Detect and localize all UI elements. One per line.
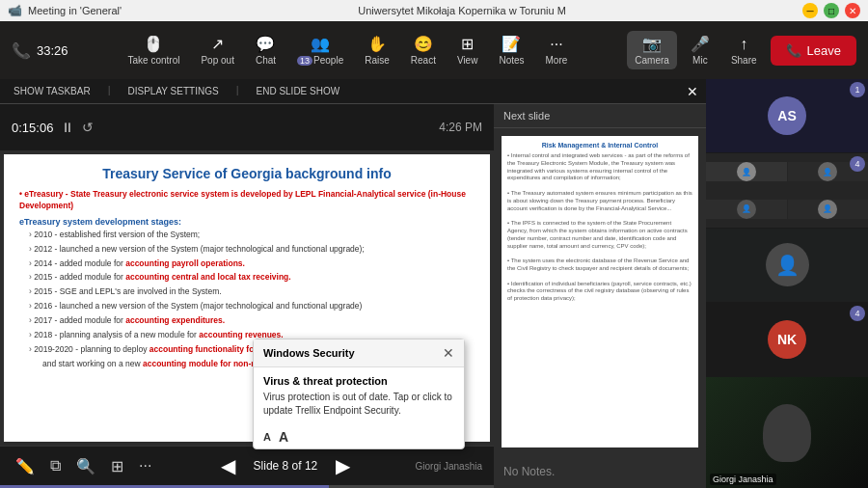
next-slide-panel: Next slide Risk Management & Internal Co… [494, 104, 706, 488]
sub-tile-1: 👤 [706, 162, 787, 181]
window-controls: ─ □ ✕ [802, 3, 860, 18]
slide-bullet-6: 2016 - launched a new version of the Sys… [19, 301, 475, 312]
ellipsis-button[interactable]: ··· [135, 453, 155, 479]
share-button[interactable]: ↑ Share [723, 32, 765, 69]
view-button[interactable]: ⊞ View [449, 31, 486, 69]
toolbar-right: 📷 Camera 🎤 Mic ↑ Share 📞 Leave [627, 31, 856, 69]
more-icon: ··· [550, 36, 562, 53]
take-control-button[interactable]: 🖱️ Take control [121, 31, 188, 69]
chat-icon: 💬 [256, 35, 275, 53]
leave-button[interactable]: 📞 Leave [771, 36, 856, 66]
browser-title: Uniwersytet Mikołaja Kopernika w Toruniu… [122, 5, 802, 16]
person-silhouette [763, 404, 811, 462]
slide-section-title: eTreasury system development stages: [19, 217, 475, 227]
security-popup-title: Virus & threat protection [263, 375, 454, 387]
take-control-icon: 🖱️ [144, 35, 163, 53]
call-timer: 📞 33:26 [12, 41, 68, 60]
main-content: SHOW TASKBAR | DISPLAY SETTINGS | END SL… [0, 79, 868, 488]
pop-out-icon: ↗ [211, 35, 224, 53]
prev-slide-button[interactable]: ◀ [215, 452, 242, 479]
tile-5-label: Giorgi Janashia [710, 474, 776, 485]
more-button[interactable]: ··· More [538, 32, 576, 69]
slide-title: Treasury Service of Georgia background i… [19, 166, 475, 181]
camera-button[interactable]: 📷 Camera [627, 31, 677, 69]
raise-button[interactable]: ✋ Raise [357, 31, 397, 69]
toolbar-left: 📞 33:26 [12, 41, 68, 60]
next-slide-label: Next slide [494, 104, 706, 128]
avatar-as: AS [768, 96, 806, 135]
security-popup-text: Virus protection is out of date. Tap or … [263, 391, 454, 418]
slide-bottom-controls: ✏️ ⧉ 🔍 ⊞ ··· ◀ Slide 8 of 12 ▶ Giorgi Ja… [0, 446, 494, 485]
sub-avatar-4: 👤 [818, 200, 837, 219]
pop-out-button[interactable]: ↗ Pop out [193, 31, 241, 69]
slide-bullet-3: 2014 - added module for accounting payro… [19, 258, 475, 270]
security-popup-close-button[interactable]: ✕ [443, 345, 454, 361]
pause-button[interactable]: ⏸ [61, 120, 74, 135]
window-title: Meeting in 'General' [28, 5, 122, 16]
video-tile-5: Giorgi Janashia [706, 377, 868, 488]
presenter-name: Giorgi Janashia [416, 461, 482, 472]
slide-timer: 0:15:06 ⏸ ↺ [12, 120, 94, 135]
people-button[interactable]: 👥 13 People [289, 31, 351, 69]
video-tile-4: NK 4 [706, 303, 868, 376]
refresh-button[interactable]: ↺ [82, 120, 94, 135]
slide-navigation: ◀ Slide 8 of 12 ▶ [215, 452, 357, 479]
react-button[interactable]: 😊 React [403, 31, 444, 69]
font-decrease-button[interactable]: A [263, 431, 271, 443]
next-slide-title: Risk Management & Internal Control [507, 142, 692, 149]
slide-controls-top: 0:15:06 ⏸ ↺ 4:26 PM [0, 104, 494, 150]
presentation-topbar: SHOW TASKBAR | DISPLAY SETTINGS | END SL… [0, 79, 706, 104]
sub-avatar-3: 👤 [737, 200, 756, 219]
avatar-person-3: 👤 [766, 243, 809, 286]
current-slide-panel: 0:15:06 ⏸ ↺ 4:26 PM Treasury Service of … [0, 104, 494, 488]
slide-area: 0:15:06 ⏸ ↺ 4:26 PM Treasury Service of … [0, 104, 706, 488]
sub-avatar-1: 👤 [737, 162, 756, 181]
slide-bullet-2: 2012 - launched a new version of the Sys… [19, 244, 475, 256]
sub-tile-4: 👤 [788, 200, 869, 219]
close-button[interactable]: ✕ [845, 3, 860, 18]
windows-security-popup: Windows Security ✕ Virus & threat protec… [253, 339, 465, 449]
raise-icon: ✋ [367, 35, 387, 53]
sub-tile-3: 👤 [706, 200, 787, 219]
next-slide-content: • Internal control and integrated web se… [507, 152, 692, 303]
end-slide-show-button[interactable]: END SLIDE SHOW [250, 84, 345, 98]
tile-1-badge: 1 [850, 82, 865, 97]
search-button[interactable]: 🔍 [72, 453, 99, 479]
leave-phone-icon: 📞 [786, 43, 801, 58]
annotation-buttons: ✏️ ⧉ 🔍 ⊞ ··· [12, 453, 155, 479]
slide-indicator: Slide 8 of 12 [254, 459, 318, 473]
avatar-nk: NK [768, 320, 806, 359]
slide-bullet-7: 2017 - added module for accounting expen… [19, 315, 475, 327]
video-tile-2: 👤 👤 👤 👤 4 [706, 153, 868, 227]
tile-4-badge: 4 [850, 306, 865, 321]
minimize-button[interactable]: ─ [802, 3, 818, 18]
copy-button[interactable]: ⧉ [46, 453, 65, 479]
mic-button[interactable]: 🎤 Mic [683, 31, 718, 69]
mic-icon: 🎤 [691, 35, 710, 53]
video-tile-3: 👤 [706, 229, 868, 302]
react-icon: 😊 [414, 35, 433, 53]
people-icon: 👥 [311, 35, 330, 53]
thumbnail-button[interactable]: ⊞ [107, 453, 127, 479]
font-increase-button[interactable]: A [279, 429, 288, 445]
slide-bullet-5: 2015 - SGE and LEPL's are involved in th… [19, 286, 475, 298]
teams-toolbar: 📞 33:26 🖱️ Take control ↗ Pop out 💬 Chat… [0, 21, 868, 79]
slide-bullet-main: • eTreasury - State Treasury electronic … [19, 189, 475, 212]
no-notes: No Notes. [494, 455, 706, 488]
video-panel: AS 1 👤 👤 👤 👤 4 👤 NK 4 [706, 79, 868, 488]
notes-button[interactable]: 📝 Notes [491, 31, 531, 69]
current-time: 4:26 PM [439, 121, 482, 134]
toolbar-center: 🖱️ Take control ↗ Pop out 💬 Chat 👥 13 Pe… [72, 31, 624, 69]
security-popup-header: Windows Security ✕ [254, 339, 464, 367]
presentation-panel: SHOW TASKBAR | DISPLAY SETTINGS | END SL… [0, 79, 706, 488]
font-size-buttons: A A [254, 425, 464, 448]
maximize-button[interactable]: □ [824, 3, 839, 18]
pencil-button[interactable]: ✏️ [12, 453, 39, 479]
next-slide-thumbnail: Risk Management & Internal Control • Int… [502, 136, 698, 447]
next-slide-button[interactable]: ▶ [329, 452, 356, 479]
presentation-close-button[interactable]: ✕ [687, 84, 698, 99]
chat-button[interactable]: 💬 Chat [248, 31, 284, 69]
show-taskbar-button[interactable]: SHOW TASKBAR [8, 84, 96, 98]
display-settings-button[interactable]: DISPLAY SETTINGS [122, 84, 225, 98]
view-icon: ⊞ [461, 35, 474, 53]
